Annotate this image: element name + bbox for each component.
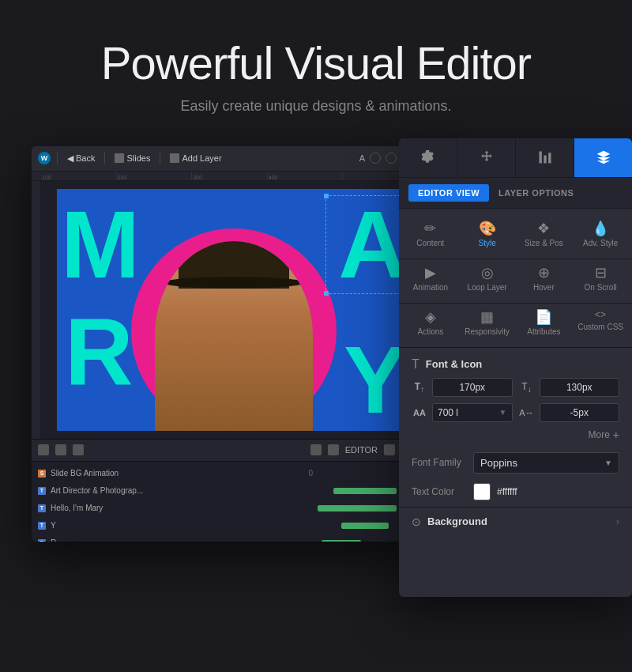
bottom-toolbar: EDITOR (32, 440, 419, 462)
panel-icon-gear[interactable] (399, 138, 457, 177)
person-image (155, 241, 313, 431)
layer-icon-t3: T (38, 522, 46, 530)
animation-label: Animation (413, 283, 448, 292)
on-scroll-icon: ⊟ (595, 266, 607, 280)
animation-icon: ▶ (425, 266, 436, 280)
font-size-1-icon: T↑ (412, 381, 427, 394)
layer-bar-3 (341, 523, 389, 529)
layer-name-3: Y (51, 521, 313, 530)
canvas-area[interactable]: M A R Y (41, 181, 419, 439)
layers-list: S Slide BG Animation 0 T Art Director & … (32, 462, 419, 542)
tab-size-pos[interactable]: ❖ Size & Pos (516, 215, 573, 252)
ff-chevron-icon: ▼ (604, 459, 612, 467)
custom-css-label: Custom CSS (577, 323, 623, 331)
bt-icon-1 (38, 444, 49, 455)
slides-button[interactable]: Slides (111, 152, 153, 164)
layer-item-slide-bg[interactable]: S Slide BG Animation 0 (32, 465, 419, 482)
letter-R: R (65, 304, 134, 399)
layer-item-hello[interactable]: T Hello, I'm Mary (32, 500, 419, 517)
font-size-2-input[interactable]: 130px (540, 378, 620, 397)
layer-bar-1 (333, 488, 397, 494)
font-size-1-input[interactable]: 170px (432, 378, 513, 397)
hero-section: Powerful Visual Editor Easily create uni… (0, 0, 632, 138)
layer-item-r[interactable]: T R (32, 534, 419, 542)
toolbar-letter: A (359, 153, 365, 163)
layer-bar-container-4 (318, 539, 412, 542)
back-button[interactable]: ◀ Back (64, 152, 98, 165)
slide-canvas: M A R Y (57, 189, 411, 431)
layer-name-1: Art Director & Photograp... (51, 486, 313, 495)
more-label: More (588, 429, 609, 440)
tab-custom-css[interactable]: <> Custom CSS (572, 304, 629, 341)
layer-bar-container-1 (318, 487, 412, 495)
font-size-2-icon: T↓ (519, 381, 535, 394)
chart-icon (537, 149, 553, 165)
attributes-icon: 📄 (535, 310, 552, 324)
content-icon: ✏ (424, 221, 436, 236)
editor-view-button[interactable]: EDITOR VIEW (408, 184, 489, 202)
font-weight-input[interactable]: 700 l ▼ (432, 403, 513, 422)
tab-content[interactable]: ✏ Content (402, 215, 459, 252)
layer-name-0: Slide BG Animation (51, 469, 303, 478)
layer-bar-container-0 (318, 470, 412, 478)
text-icon: T (412, 357, 419, 372)
letter-spacing-input[interactable]: -5px (540, 403, 620, 422)
style-icon: 🎨 (479, 221, 496, 236)
letter-A: A (338, 197, 407, 292)
tab-loop-layer[interactable]: ◎ Loop Layer (459, 259, 516, 296)
panel-icon-chart[interactable] (516, 138, 574, 177)
tab-attributes[interactable]: 📄 Attributes (516, 304, 573, 341)
text-color-row: Text Color #ffffff (399, 480, 632, 507)
slides-label: Slides (126, 153, 150, 163)
toolbar-separator-3 (160, 152, 160, 164)
more-button[interactable]: More + (399, 427, 632, 449)
tab-animation[interactable]: ▶ Animation (402, 259, 459, 296)
font-family-select[interactable]: Poppins ▼ (473, 452, 619, 474)
layer-name-4: R (51, 538, 313, 542)
panel-icon-move[interactable] (457, 138, 516, 177)
editor-bottom-panel: EDITOR S Slide BG Animation 0 T Art Dire… (32, 439, 419, 542)
back-arrow-icon: ◀ (67, 153, 73, 164)
move-icon (479, 149, 495, 165)
layer-item-art[interactable]: T Art Director & Photograp... (32, 482, 419, 500)
ruler-horizontal: 100 200 300 400 (32, 172, 419, 181)
tab-responsivity[interactable]: ▦ Responsivity (459, 304, 516, 341)
tab-actions[interactable]: ◈ Actions (402, 304, 459, 341)
right-panel: EDITOR VIEW LAYER OPTIONS ✏ Content 🎨 St… (399, 138, 632, 597)
tab-adv-style[interactable]: 💧 Adv. Style (572, 215, 629, 252)
layer-time-0: 0 (308, 469, 313, 478)
toolbar-separator-2 (104, 152, 105, 164)
panel-icon-layers[interactable] (574, 138, 632, 177)
main-area: W ◀ Back Slides Add Layer A (0, 138, 632, 605)
more-plus-icon: + (613, 428, 619, 441)
toolbar-separator (57, 152, 58, 164)
tab-style[interactable]: 🎨 Style (459, 215, 516, 252)
layer-options-button[interactable]: LAYER OPTIONS (489, 184, 583, 202)
on-scroll-label: On Scroll (585, 283, 617, 292)
actions-icon: ◈ (425, 310, 436, 324)
add-layer-button[interactable]: Add Layer (167, 152, 224, 164)
layer-icon-t1: T (38, 487, 46, 495)
content-label: Content (416, 239, 444, 247)
background-section[interactable]: ⊙ Background › (399, 507, 632, 536)
toolbar-action-1[interactable] (370, 153, 381, 164)
font-icon-section-header: T Font & Icon (399, 348, 632, 378)
bt-icon-2 (55, 444, 66, 455)
font-icon-title: Font & Icon (426, 358, 483, 370)
toolbar-action-2[interactable] (386, 153, 397, 164)
hero-subtitle: Easily create unique designs & animation… (0, 98, 632, 115)
ruler-vertical (32, 181, 41, 439)
layer-icon-t4: T (38, 539, 46, 542)
layer-item-y[interactable]: T Y (32, 517, 419, 534)
tab-row-2: ▶ Animation ◎ Loop Layer ⊕ Hover ⊟ On Sc… (399, 259, 632, 304)
text-color-swatch[interactable] (473, 483, 491, 500)
hover-icon: ⊕ (538, 266, 550, 280)
layer-bar-4 (322, 540, 361, 542)
size-pos-label: Size & Pos (525, 239, 563, 247)
tab-on-scroll[interactable]: ⊟ On Scroll (572, 259, 629, 296)
font-weight-row: AA 700 l ▼ A↔ -5px (399, 403, 632, 427)
actions-label: Actions (417, 327, 443, 336)
letter-M: M (61, 197, 140, 292)
tab-hover[interactable]: ⊕ Hover (516, 259, 573, 296)
bt-icon-3 (73, 444, 84, 455)
